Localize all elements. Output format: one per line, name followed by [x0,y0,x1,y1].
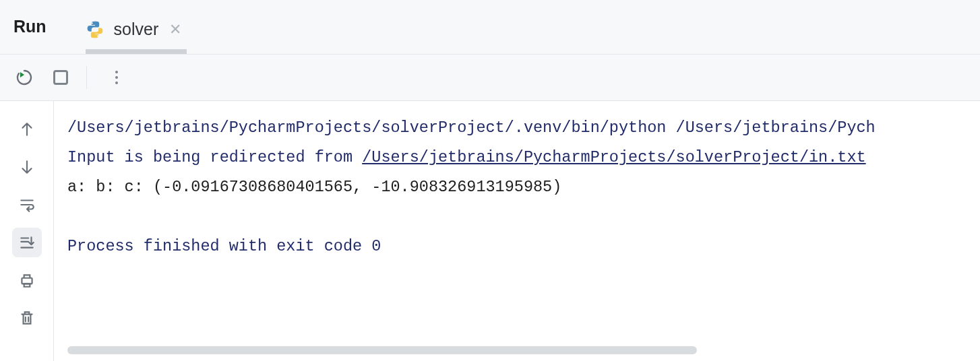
svg-point-0 [91,22,92,24]
svg-point-1 [97,35,98,36]
tab-label: solver [114,20,159,39]
clear-all-button[interactable] [12,303,42,333]
more-actions-button[interactable] [103,64,130,91]
run-panel-tabbar: Run solver ✕ [0,0,980,55]
rerun-button[interactable] [11,64,38,91]
python-file-icon [86,20,104,39]
tab-underline [86,49,187,54]
redirect-prefix: Input is being redirected from [67,148,362,166]
scroll-up-button[interactable] [12,114,42,144]
soft-wrap-button[interactable] [12,190,42,220]
run-configuration-tab[interactable]: solver ✕ [86,20,182,54]
toolbar-divider [86,66,87,89]
console-command-line: /Users/jetbrains/PycharmProjects/solverP… [67,113,967,143]
close-tab-icon[interactable]: ✕ [169,22,181,37]
svg-rect-2 [22,278,32,284]
stop-button[interactable] [47,64,74,91]
console-program-output: a: b: c: (-0.09167308680401565, -10.9083… [67,172,967,202]
console-output-area[interactable]: /Users/jetbrains/PycharmProjects/solverP… [54,101,980,361]
more-icon [111,71,122,84]
console-redirect-line: Input is being redirected from /Users/je… [67,143,967,172]
scroll-to-end-button[interactable] [12,228,42,257]
print-button[interactable] [12,265,42,295]
redirect-path-link[interactable]: /Users/jetbrains/PycharmProjects/solverP… [362,148,865,166]
console-blank-line [67,202,967,232]
run-panel-body: /Users/jetbrains/PycharmProjects/solverP… [0,101,980,361]
horizontal-scrollbar[interactable] [67,346,697,354]
scroll-down-button[interactable] [12,152,42,182]
run-panel-title: Run [13,18,47,54]
console-output: /Users/jetbrains/PycharmProjects/solverP… [54,101,980,275]
console-exit-line: Process finished with exit code 0 [67,232,967,261]
run-toolbar [0,55,980,101]
stop-icon [53,70,68,85]
console-gutter [0,101,54,361]
